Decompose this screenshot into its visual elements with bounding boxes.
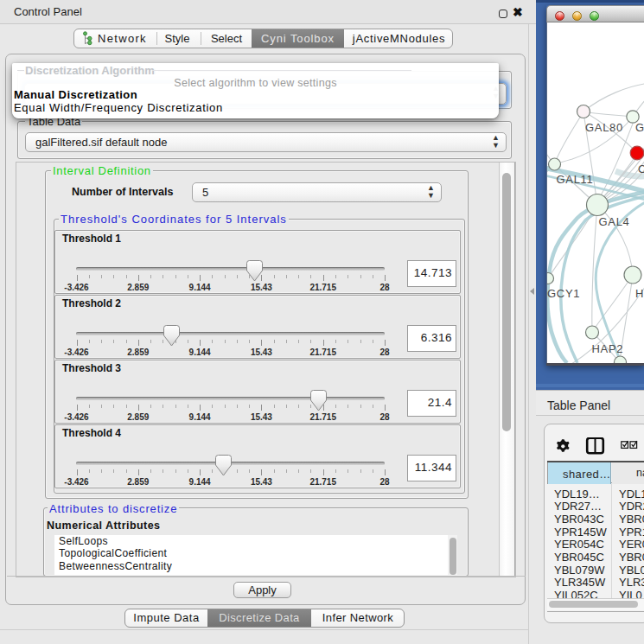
- svg-text:C: C: [638, 163, 644, 175]
- svg-text:GA: GA: [635, 121, 644, 134]
- svg-text:GAL11: GAL11: [557, 173, 594, 186]
- svg-text:GCY1: GCY1: [547, 287, 580, 300]
- svg-text:H: H: [635, 287, 644, 300]
- svg-text:GAL80: GAL80: [585, 121, 623, 134]
- svg-text:GAL4: GAL4: [599, 215, 630, 228]
- svg-text:HAP2: HAP2: [592, 342, 624, 355]
